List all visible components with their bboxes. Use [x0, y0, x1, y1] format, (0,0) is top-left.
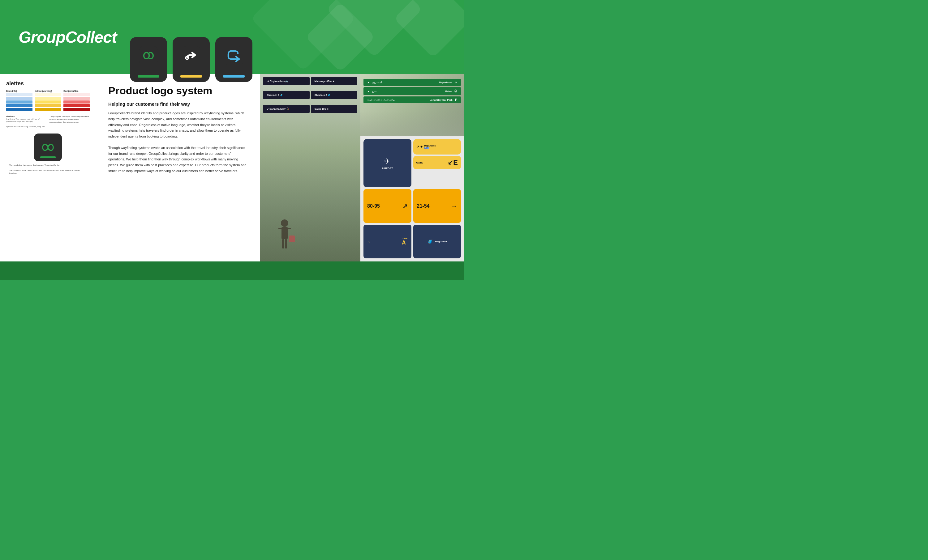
gc-logo-icon-green — [137, 45, 159, 67]
yellow-swatch-400 — [35, 108, 61, 111]
svg-rect-6 — [281, 227, 288, 239]
arabic-signs-area: ◄ المغادرون Departures ✈ ◄ مترو Metro Ⓜ … — [363, 79, 461, 103]
arrow-up-right-1: ↗ — [403, 202, 408, 210]
product-logo-green — [130, 37, 167, 82]
gates-21-54-label: 21-54 — [417, 203, 430, 209]
doc-annotation-stripe: The grounding stripe carries the primary… — [9, 169, 87, 175]
wf-bag-claim-card: 🧳 Bag claim — [413, 225, 461, 259]
wf-airport-card: ✈ AIRPORT — [363, 139, 411, 187]
wf-gates-80-95: 80-95 ↗ — [363, 189, 411, 223]
doc-color-table: Blue (info) Yellow (warning) Red (error/… — [6, 90, 90, 111]
wf-gates-21-54: 21-54 → — [413, 189, 461, 223]
wf-gate-a-card: ← DATE A — [363, 225, 411, 259]
product-stripe-green — [137, 75, 159, 78]
yellow-column: Yellow (warning) — [35, 90, 61, 111]
doc-panel: alettes Blue (info) Yellow (warning) Red… — [0, 74, 96, 262]
gates-80-95-label: 80-95 — [367, 203, 380, 209]
parking-sign-row: مواقف السيارات لفترات طويلة Long Stay Ca… — [363, 96, 461, 103]
doc-green-stripe — [40, 157, 56, 158]
metro-arrow: ◄ — [367, 90, 369, 93]
sign-checkin3: Check-in 3 🧳 — [263, 91, 310, 99]
yellow-swatch-100 — [35, 97, 61, 100]
building-overlay — [360, 111, 464, 136]
svg-rect-7 — [278, 228, 281, 229]
airport-signs-top: ◄ Regionalbus 🚌 Mietwagen/Car ► — [263, 77, 357, 85]
doc-palettes-title: alettes — [6, 81, 90, 87]
diamond-bg-2 — [394, 0, 464, 58]
airport-signs-mid: Check-in 3 🧳 Check-in 2 🧳 — [263, 91, 357, 99]
right-airport-outdoor: ◄ المغادرون Departures ✈ ◄ مترو Metro Ⓜ … — [360, 74, 464, 136]
metro-circle-icon: Ⓜ — [454, 89, 457, 93]
yellow-swatch-300 — [35, 104, 61, 107]
blue-swatch-100 — [6, 97, 32, 100]
content-title: Product logo system — [108, 85, 247, 96]
product-logo-yellow — [172, 37, 210, 82]
product-logo-blue — [215, 37, 252, 82]
blue-swatch-50 — [6, 93, 32, 96]
content-panel: Product logo system Helping our customer… — [96, 74, 260, 262]
wayfinding-grid: ✈ AIRPORT ↗✈ Departures ♿ ♿ GATE — [360, 136, 464, 262]
right-full-layout: ◄ المغادرون Departures ✈ ◄ مترو Metro Ⓜ … — [360, 74, 464, 262]
blue-swatch-300 — [6, 104, 32, 107]
product-logos-row — [130, 37, 252, 82]
gate-a-small-label: DATE — [402, 237, 408, 239]
traveler-silhouette — [272, 217, 297, 255]
red-column: Red (error/dan — [63, 90, 90, 111]
airplane-icon: ✈ — [384, 157, 391, 166]
red-swatch-200 — [63, 100, 90, 103]
red-swatch-100 — [63, 97, 90, 100]
yellow-swatch-200 — [35, 100, 61, 103]
parking-label-en: Long Stay Car Park — [430, 99, 453, 101]
content-body-1: GroupCollect's brand identity and produc… — [108, 110, 247, 139]
brand-logo: GroupCollect — [18, 28, 117, 46]
gc-logo-icon-blue — [223, 45, 245, 67]
gate-a-label: A — [402, 239, 408, 246]
departures-card-sub: ♿ ♿ — [424, 147, 436, 149]
departures-label-en: Departures — [439, 81, 452, 84]
red-swatch-50 — [63, 93, 90, 96]
arabic-text-right: المغادرون — [372, 81, 382, 84]
svg-rect-3 — [224, 46, 243, 65]
metro-label-en: Metro — [445, 90, 452, 93]
yellow-swatch-50 — [35, 93, 61, 96]
wf-gate-e-card: GATE ↙E — [413, 156, 461, 169]
doc-logo-box — [34, 134, 62, 161]
doc-annotation-rounded: The rounded sq right corner de pictogram… — [9, 164, 87, 167]
red-swatch-400 — [63, 108, 90, 111]
bag-claim-label: Bag claim — [435, 240, 447, 243]
svg-rect-11 — [289, 236, 295, 242]
doc-logo-section: The rounded sq right corner de pictogram… — [6, 134, 90, 181]
sign-regionalbus: ◄ Regionalbus 🚌 — [263, 77, 310, 85]
gate-e-label: ↙E — [447, 158, 458, 167]
departures-card-label: Departures — [424, 145, 436, 147]
logo-area: GroupCollect — [18, 28, 117, 46]
airport-card-label: AIRPORT — [382, 167, 393, 170]
svg-rect-0 — [139, 46, 158, 65]
arabic-departures-sign: ◄ المغادرون Departures ✈ — [363, 79, 461, 86]
sign-checkin2: Check-in 2 🧳 — [311, 91, 357, 99]
right-panel: ◄ المغادرون Departures ✈ ◄ مترو Metro Ⓜ … — [360, 74, 464, 262]
svg-rect-8 — [288, 228, 291, 229]
product-stripe-blue — [223, 75, 245, 78]
product-stripe-yellow — [180, 75, 202, 78]
content-body-2: Though wayfinding systems evoke an assoc… — [108, 145, 247, 174]
content-subtitle: Helping our customers find their way — [108, 101, 247, 107]
arabic-departures-arrow: ◄ — [367, 81, 369, 84]
sign-gates: Gates B|C ► — [311, 105, 357, 113]
airport-photo-area: ◄ Regionalbus 🚌 Mietwagen/Car ► Check-in… — [260, 74, 360, 262]
plane-depart-icon: ↗✈ — [416, 144, 423, 149]
doc-note-2: nple with these hues using col forms, sh… — [6, 125, 46, 128]
blue-swatch-400 — [6, 108, 32, 111]
airport-signs-bot: ↙ Bahn Railway 🚂 Gates B|C ► — [263, 105, 357, 113]
departures-stack: ↗✈ Departures ♿ ♿ GATE ↙E — [413, 139, 461, 187]
svg-rect-10 — [285, 239, 287, 248]
arrow-right-1: → — [451, 202, 457, 210]
arabic-text-metro: مترو — [372, 90, 377, 93]
red-swatch-300 — [63, 104, 90, 107]
doc-gc-icon — [40, 141, 56, 155]
gc-logo-icon-yellow — [180, 45, 202, 67]
doc-note-label-1: st ratings — [6, 115, 46, 117]
flight-icon: ✈ — [455, 81, 457, 84]
blue-column: Blue (info) — [6, 90, 32, 111]
arabic-parking-text: مواقف السيارات لفترات طويلة — [367, 99, 395, 101]
